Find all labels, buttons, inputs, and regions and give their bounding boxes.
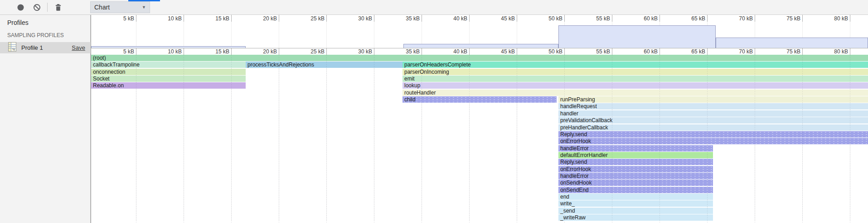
record-icon — [17, 4, 24, 11]
memory-overview[interactable] — [91, 22, 868, 48]
ruler-tick — [469, 15, 470, 22]
ruler-tick — [517, 48, 517, 55]
clear-all-button[interactable] — [33, 4, 41, 11]
ruler-tick-label: 70 kB — [717, 48, 753, 55]
ruler-tick-label: 65 kB — [669, 48, 705, 55]
flame-bar[interactable]: lookup — [402, 82, 868, 89]
flame-bar[interactable]: defaultErrorHandler — [558, 152, 713, 158]
ruler-tick — [802, 48, 803, 55]
gridline-dashed — [755, 55, 755, 223]
ruler-tick — [612, 48, 612, 55]
flame-bar[interactable]: onErrorHook — [558, 166, 713, 172]
ruler-tick — [231, 15, 232, 22]
ruler-tick — [850, 48, 850, 55]
flame-bar[interactable]: onconnection — [91, 69, 246, 75]
gridline-dashed — [279, 55, 279, 223]
flame-bar[interactable]: child — [402, 96, 557, 103]
flame-bar[interactable]: runPreParsing — [558, 96, 868, 103]
ruler-tick-label: 25 kB — [288, 48, 325, 55]
flame-bar[interactable]: callbackTrampoline — [91, 62, 246, 68]
ruler-tick — [422, 48, 422, 55]
gridline-dashed — [517, 55, 517, 223]
view-mode-value: Chart — [94, 4, 110, 11]
overview-step — [403, 44, 558, 48]
overview-step — [716, 38, 868, 48]
ruler-tick-label: 45 kB — [479, 48, 515, 55]
ruler-tick — [707, 48, 708, 55]
ruler-tick-label: 10 kB — [145, 48, 182, 55]
ruler-tick-label: 40 kB — [431, 15, 467, 22]
ruler-tick — [755, 15, 755, 22]
ruler-tick-label: 65 kB — [669, 15, 705, 22]
gridline-dashed — [184, 55, 184, 223]
flame-bar[interactable]: handler — [558, 110, 868, 117]
flame-bar[interactable]: emit — [402, 76, 868, 82]
flame-bar[interactable]: onErrorHook — [558, 138, 868, 144]
flame-bar[interactable]: onSendHook — [558, 180, 713, 186]
ruler-tick-label: 5 kB — [98, 48, 134, 55]
flame-bar[interactable]: handleRequest — [558, 103, 868, 109]
flame-bar[interactable]: handleError — [558, 145, 713, 152]
ruler-tick-label: 35 kB — [383, 48, 420, 55]
flame-bar[interactable]: Socket — [91, 76, 246, 82]
profile-document-icon: % — [8, 42, 16, 53]
delete-profile-button[interactable] — [54, 4, 62, 11]
gridline-dashed — [850, 55, 850, 223]
ruler-tick-label: 80 kB — [812, 48, 848, 55]
flame-bar[interactable]: onSendEnd — [558, 187, 713, 193]
flame-bar[interactable]: write_ — [558, 200, 713, 207]
gridline-dashed — [659, 55, 660, 223]
sidebar-item-profile-1[interactable]: % Profile 1 Save — [0, 42, 91, 53]
accent-strip — [128, 0, 160, 1]
flame-bar[interactable]: _writeRaw — [558, 214, 713, 221]
flame-bar[interactable]: _send — [558, 208, 713, 214]
view-mode-select[interactable]: Chart ▼ — [90, 1, 150, 13]
flame-bar[interactable]: parserOnHeadersComplete — [402, 62, 868, 68]
overview-step — [558, 25, 716, 48]
flame-bar[interactable]: Readable.on — [91, 82, 246, 89]
ruler-tick — [231, 48, 232, 55]
gridline-dashed — [469, 55, 470, 223]
ruler-tick-label: 5 kB — [98, 15, 134, 22]
gridline-dashed — [612, 55, 612, 223]
save-profile-link[interactable]: Save — [72, 44, 85, 51]
ruler-tick-label: 10 kB — [145, 15, 182, 22]
flame-bar[interactable]: handleError — [558, 173, 713, 179]
ruler-tick-label: 75 kB — [764, 48, 800, 55]
ruler-tick-label: 80 kB — [812, 15, 848, 22]
ruler-tick — [517, 15, 517, 22]
ruler-tick-label: 45 kB — [479, 15, 515, 22]
flame-bar[interactable]: (root) — [91, 55, 868, 61]
ruler-tick-label: 20 kB — [241, 48, 277, 55]
flame-bar[interactable]: preValidationCallback — [558, 117, 868, 123]
ruler-tick — [374, 15, 374, 22]
flame-ruler: 5 kB10 kB15 kB20 kB25 kB30 kB35 kB40 kB4… — [91, 48, 868, 55]
flame-bar[interactable]: Reply.send — [558, 159, 713, 165]
ruler-tick — [659, 48, 660, 55]
ruler-tick-label: 55 kB — [574, 48, 610, 55]
flame-bar[interactable]: preHandlerCallback — [558, 124, 868, 131]
ruler-tick — [422, 15, 422, 22]
flame-bar[interactable]: end — [558, 194, 713, 200]
ruler-tick-label: 50 kB — [526, 15, 563, 22]
flame-bar[interactable]: Reply.send — [558, 131, 868, 138]
flame-bar[interactable]: processTicksAndRejections — [246, 62, 402, 68]
ruler-tick — [184, 15, 184, 22]
ruler-tick — [136, 15, 136, 22]
sampling-profiles-section-label: SAMPLING PROFILES — [7, 32, 64, 38]
ruler-tick-label: 70 kB — [717, 15, 753, 22]
ruler-tick — [755, 48, 755, 55]
profile-name: Profile 1 — [21, 44, 43, 51]
flame-bar[interactable]: parserOnIncoming — [402, 69, 868, 75]
ruler-tick — [279, 48, 279, 55]
ruler-tick — [564, 48, 565, 55]
profiles-sidebar: Profiles SAMPLING PROFILES % Profile 1 S… — [0, 15, 91, 223]
record-button[interactable] — [17, 4, 24, 11]
ruler-tick-label: 15 kB — [193, 15, 229, 22]
ruler-tick-label: 30 kB — [336, 15, 372, 22]
ruler-tick-label: 60 kB — [621, 15, 658, 22]
ruler-tick — [326, 15, 327, 22]
flame-bar[interactable]: routeHandler — [402, 90, 868, 96]
flame-rows: (root)callbackTrampolineprocessTicksAndR… — [91, 55, 868, 223]
ruler-tick — [564, 15, 565, 22]
